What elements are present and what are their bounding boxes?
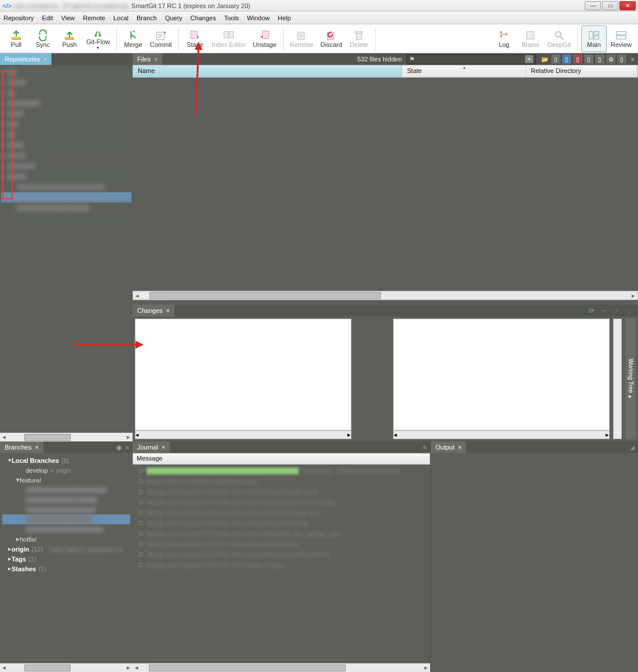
svg-rect-26 (589, 31, 593, 39)
output-tab-label: Output (435, 444, 454, 451)
log-button[interactable]: Log (492, 25, 517, 52)
index-editor-button[interactable]: Index Editor (209, 25, 249, 52)
menu-repository[interactable]: Repository (3, 14, 34, 21)
menu-branch[interactable]: Branch (137, 14, 157, 21)
deepgit-button[interactable]: DeepGit (545, 25, 574, 52)
svg-rect-0 (12, 37, 21, 39)
journal-message-column[interactable]: Message (133, 453, 430, 465)
folder-open-icon[interactable]: 📂 (540, 54, 550, 64)
toolbar: Pull Sync Push Git-Flow▾ Merge Commit St… (0, 24, 638, 53)
journal-hscroll[interactable]: ◂▸ (133, 663, 430, 672)
close-icon[interactable]: × (458, 444, 461, 451)
push-button[interactable]: Push (57, 25, 82, 52)
repositories-hscroll[interactable]: ◂▸ (0, 433, 133, 441)
changes-left-hscroll[interactable]: ◂▸ (135, 430, 351, 439)
menu-window[interactable]: Window (247, 14, 270, 21)
changes-tab[interactable]: Changes× (133, 305, 174, 316)
svg-rect-9 (224, 31, 228, 38)
sync-button[interactable]: Sync (30, 25, 56, 52)
journal-tab[interactable]: Journal× (133, 441, 170, 453)
refresh-icon[interactable]: ⟳ (586, 305, 596, 316)
svg-rect-11 (262, 31, 269, 38)
close-icon[interactable]: × (43, 56, 47, 63)
changes-right-pane[interactable] (393, 319, 610, 430)
unstage-button[interactable]: Unstage (250, 25, 280, 52)
files-search-input[interactable]: ⚑× (406, 54, 536, 64)
pull-button[interactable]: Pull (3, 25, 29, 52)
remove-button[interactable]: Remove (287, 25, 317, 52)
menu-edit[interactable]: Edit (42, 14, 53, 21)
svg-rect-19 (355, 31, 362, 33)
output-body[interactable] (431, 453, 638, 672)
close-button[interactable]: ✕ (619, 1, 636, 10)
column-name[interactable]: Name (133, 65, 402, 77)
next-change-icon[interactable]: ↓ (624, 305, 635, 316)
repositories-tab[interactable]: Repositories × (0, 53, 52, 65)
filter-icon-5[interactable]: ▯ (595, 54, 605, 64)
changes-right-hscroll[interactable]: ◂▸ (393, 430, 610, 439)
branches-tab-label: Branches (5, 444, 31, 451)
menu-query[interactable]: Query (165, 14, 182, 21)
panel-grip-icon[interactable]: ◢ (630, 444, 638, 451)
menu-local[interactable]: Local (113, 14, 129, 21)
menu-view[interactable]: View (61, 14, 75, 21)
filter-icon-7[interactable]: ▯ (617, 54, 627, 64)
files-hscroll[interactable]: ◂▸ (133, 291, 638, 300)
repositories-tabbar: Repositories × (0, 53, 133, 65)
files-tab[interactable]: Files× (133, 53, 162, 65)
changes-header: Changes× ⟳ ↔ ↑ ↓ (133, 305, 638, 316)
merge-button[interactable]: Merge (120, 25, 146, 52)
branches-hscroll[interactable]: ◂▸ (0, 663, 133, 672)
journal-list[interactable]: ABCDEFGHIJKLMNOPQRSTUVWXYZABCDEFGHhyperv… (133, 465, 430, 663)
minimize-button[interactable]: — (585, 1, 601, 10)
review-view-button[interactable]: Review (608, 25, 635, 52)
filter-icon-1[interactable]: ▯ (551, 54, 561, 64)
output-tab[interactable]: Output× (431, 441, 466, 453)
svg-rect-29 (617, 31, 626, 35)
repositories-tree[interactable]: ▸WL ▸bitcoin ▸bic ▸WhatIsWeb ▸boxlet ▸so… (0, 65, 133, 433)
hamburger-icon[interactable]: ≡ (126, 444, 129, 451)
close-icon[interactable]: × (35, 444, 38, 451)
svg-rect-13 (298, 32, 305, 39)
changes-left-pane[interactable] (135, 319, 351, 430)
svg-line-25 (560, 36, 564, 39)
menu-changes[interactable]: Changes (190, 14, 216, 21)
stage-button[interactable]: Stage (182, 25, 208, 52)
filter-icon-2[interactable]: ▯ (562, 54, 572, 64)
working-tree-sidebar[interactable]: Working Tree ▸ (625, 319, 636, 439)
branches-tree[interactable]: ▾ Local Branches(8) develop= origin ▾ fe… (0, 453, 133, 663)
filter-icon-6[interactable]: ⚙ (606, 54, 616, 64)
svg-marker-8 (197, 35, 200, 38)
column-relative-directory[interactable]: Relative Directory (526, 65, 637, 77)
branches-tab[interactable]: Branches× (0, 441, 43, 453)
toolbar-menu-icon[interactable]: ≡ (628, 54, 638, 64)
menu-help[interactable]: Help (278, 14, 291, 21)
maximize-button[interactable]: ▭ (602, 1, 618, 10)
prev-change-icon[interactable]: ↑ (611, 305, 622, 316)
changes-vscroll[interactable] (613, 319, 622, 439)
swap-icon[interactable]: ↔ (599, 305, 609, 316)
svg-rect-23 (526, 31, 534, 39)
menu-tools[interactable]: Tools (224, 14, 239, 21)
files-table-body[interactable] (133, 78, 638, 291)
svg-rect-18 (356, 33, 361, 39)
menu-remote[interactable]: Remote (83, 14, 105, 21)
discard-button[interactable]: Discard (318, 25, 345, 52)
gitflow-button[interactable]: Git-Flow▾ (83, 25, 113, 52)
close-icon[interactable]: × (166, 307, 170, 314)
blame-button[interactable]: Blame (518, 25, 544, 52)
clear-search-icon[interactable]: × (525, 55, 533, 63)
column-state[interactable]: ▴State (402, 65, 526, 77)
close-icon[interactable]: × (154, 56, 157, 63)
close-icon[interactable]: × (162, 444, 165, 451)
svg-rect-1 (65, 37, 74, 39)
filter-icon-3[interactable]: ▯ (573, 54, 583, 64)
commit-button[interactable]: Commit (147, 25, 175, 52)
hamburger-icon[interactable]: ≡ (423, 444, 427, 451)
filter-icon-4[interactable]: ▯ (584, 54, 594, 64)
github-icon[interactable]: ◉ (116, 444, 122, 451)
main-view-button[interactable]: Main (581, 25, 607, 52)
delete-button[interactable]: Delete (346, 25, 372, 52)
app-title: SmartGit 17 RC 1 (expires on January 20) (131, 2, 250, 9)
sort-asc-icon: ▴ (463, 65, 465, 70)
